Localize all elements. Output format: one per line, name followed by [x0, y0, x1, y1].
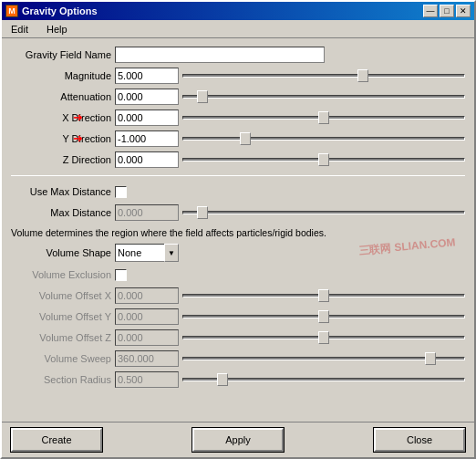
- z-direction-slider[interactable]: [182, 151, 465, 168]
- gravity-field-name-label: Gravity Field Name: [11, 49, 111, 60]
- use-max-distance-row: Use Max Distance: [11, 183, 465, 201]
- form-content: Gravity Field Name Magnitude Attenuation: [2, 38, 474, 422]
- volume-shape-label: Volume Shape: [11, 247, 111, 258]
- volume-sweep-input[interactable]: [115, 350, 179, 367]
- volume-shape-row: Volume Shape None Sphere Cube Cylinder ▼: [11, 243, 465, 263]
- x-direction-input[interactable]: [115, 110, 179, 126]
- volume-offset-z-input[interactable]: [115, 329, 179, 346]
- z-direction-input[interactable]: [115, 151, 179, 168]
- volume-description: Volume determines the region where the f…: [11, 224, 465, 240]
- close-button[interactable]: ✕: [456, 5, 471, 17]
- y-direction-input[interactable]: [115, 130, 179, 147]
- volume-offset-x-row: Volume Offset X: [11, 287, 465, 305]
- use-max-distance-checkbox[interactable]: [115, 186, 127, 198]
- separator-1: [11, 175, 465, 176]
- title-bar-left: M Gravity Options: [5, 5, 98, 17]
- y-direction-row: ➜ Y Direction: [11, 130, 465, 148]
- z-direction-row: Z Direction: [11, 151, 465, 169]
- window-title: Gravity Options: [22, 5, 98, 16]
- magnitude-row: Magnitude: [11, 67, 465, 85]
- title-bar-buttons: — □ ✕: [423, 5, 471, 17]
- volume-offset-z-slider[interactable]: [182, 329, 465, 346]
- use-max-distance-label: Use Max Distance: [11, 186, 111, 197]
- volume-offset-y-input[interactable]: [115, 308, 179, 325]
- volume-offset-x-slider[interactable]: [182, 287, 465, 304]
- attenuation-input[interactable]: [115, 89, 179, 105]
- x-direction-row: ➜ X Direction: [11, 109, 465, 127]
- max-distance-row: Max Distance: [11, 203, 465, 222]
- volume-shape-select[interactable]: None Sphere Cube Cylinder: [115, 244, 179, 262]
- max-distance-input[interactable]: [115, 204, 179, 221]
- menu-help[interactable]: Help: [41, 22, 73, 37]
- x-direction-slider[interactable]: [182, 110, 465, 126]
- apply-button[interactable]: Apply: [192, 428, 284, 452]
- section-radius-row: Section Radius: [11, 370, 465, 389]
- volume-sweep-slider[interactable]: [182, 350, 465, 367]
- volume-offset-x-input[interactable]: [115, 287, 179, 304]
- section-radius-label: Section Radius: [11, 374, 111, 385]
- menu-bar: Edit Help: [2, 20, 474, 38]
- bottom-buttons: Create Apply Close: [2, 422, 474, 457]
- gravity-field-name-input[interactable]: [115, 47, 325, 63]
- volume-offset-y-label: Volume Offset Y: [11, 311, 111, 322]
- volume-offset-y-slider[interactable]: [182, 308, 465, 325]
- max-distance-label: Max Distance: [11, 207, 111, 218]
- volume-sweep-row: Volume Sweep: [11, 349, 465, 368]
- title-bar: M Gravity Options — □ ✕: [2, 2, 474, 20]
- volume-exclusion-checkbox[interactable]: [115, 269, 127, 281]
- section-radius-input[interactable]: [115, 371, 179, 388]
- window-icon: M: [5, 5, 18, 17]
- volume-sweep-label: Volume Sweep: [11, 353, 111, 364]
- max-distance-slider[interactable]: [182, 204, 465, 221]
- volume-offset-x-label: Volume Offset X: [11, 290, 111, 301]
- magnitude-input[interactable]: [115, 68, 179, 84]
- y-direction-label: Y Direction: [11, 133, 111, 144]
- close-button-bottom[interactable]: Close: [374, 428, 465, 452]
- menu-edit[interactable]: Edit: [5, 22, 34, 37]
- z-direction-label: Z Direction: [11, 154, 111, 165]
- create-button[interactable]: Create: [11, 428, 102, 452]
- minimize-button[interactable]: —: [423, 5, 438, 17]
- maximize-button[interactable]: □: [440, 5, 454, 17]
- volume-exclusion-label: Volume Exclusion: [11, 269, 111, 280]
- attenuation-label: Attenuation: [11, 91, 111, 102]
- gravity-field-name-row: Gravity Field Name: [11, 46, 465, 64]
- x-direction-label: X Direction: [11, 112, 111, 123]
- attenuation-row: Attenuation: [11, 88, 465, 106]
- section-radius-slider[interactable]: [182, 371, 465, 388]
- magnitude-slider[interactable]: [182, 68, 465, 84]
- volume-exclusion-row: Volume Exclusion: [11, 266, 465, 284]
- volume-shape-combo-wrapper: None Sphere Cube Cylinder ▼: [115, 244, 179, 262]
- volume-offset-y-row: Volume Offset Y: [11, 308, 465, 326]
- y-direction-slider[interactable]: [182, 130, 465, 147]
- attenuation-slider[interactable]: [182, 89, 465, 105]
- gravity-options-window: M Gravity Options — □ ✕ Edit Help Gravit…: [0, 0, 476, 459]
- magnitude-label: Magnitude: [11, 70, 111, 81]
- volume-offset-z-label: Volume Offset Z: [11, 332, 111, 343]
- volume-offset-z-row: Volume Offset Z: [11, 329, 465, 347]
